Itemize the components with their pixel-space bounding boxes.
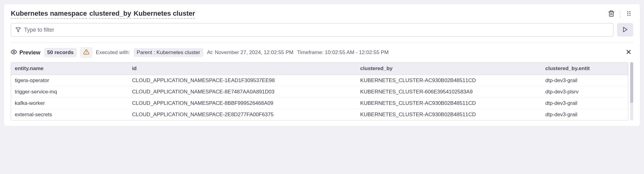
divider <box>620 10 620 18</box>
timeframe-text: Timeframe: 10:02:55 AM - 12:02:55 PM <box>297 49 389 56</box>
panel-title: Kubernetes namespace clustered_by Kubern… <box>11 10 195 19</box>
header-actions <box>607 10 633 18</box>
preview-label: Preview <box>19 49 40 56</box>
cell-entity: dtp-dev3-grail <box>542 75 628 86</box>
col-header-entity-name[interactable]: entity.name <box>11 62 128 75</box>
preview-row: Preview 50 records Executed with: Parent… <box>11 47 633 58</box>
horizontal-divider <box>11 42 633 42</box>
table-body: tigera-operator CLOUD_APPLICATION_NAMESP… <box>11 75 628 121</box>
cell-entity-name: tigera-operator <box>11 75 128 86</box>
svg-point-6 <box>627 15 628 16</box>
cell-entity: dtp-dev3-grail <box>542 98 628 109</box>
results-table: entity.name id clustered_by clustered_by… <box>11 62 628 120</box>
svg-point-5 <box>630 13 630 14</box>
filter-input[interactable] <box>24 27 609 33</box>
cell-entity: dtp-dev3-grail <box>542 109 628 121</box>
main-panel: Kubernetes namespace clustered_by Kubern… <box>4 4 640 126</box>
title-segment-1[interactable]: Kubernetes namespace <box>11 10 87 19</box>
table-row[interactable]: trigger-service-mq CLOUD_APPLICATION_NAM… <box>11 86 628 98</box>
table-container: entity.name id clustered_by clustered_by… <box>11 62 628 121</box>
cell-clustered-by: KUBERNETES_CLUSTER-AC930B02B48511CD <box>357 98 542 109</box>
cell-id: CLOUD_APPLICATION_NAMESPACE-8E7487AA0A89… <box>128 86 357 98</box>
col-header-clustered-by-entity[interactable]: clustered_by.entit <box>542 62 628 75</box>
scrollbar-track[interactable] <box>630 62 633 121</box>
svg-point-7 <box>630 15 630 16</box>
preview-left: Preview 50 records Executed with: Parent… <box>11 47 389 58</box>
cell-clustered-by: KUBERNETES_CLUSTER-AC930B02B48511CD <box>357 75 542 86</box>
title-segment-2[interactable]: clustered_by <box>89 10 131 19</box>
delete-button[interactable] <box>607 10 616 18</box>
close-preview-button[interactable] <box>624 47 633 58</box>
executed-with-label: Executed with: <box>96 49 130 56</box>
col-header-id[interactable]: id <box>128 62 357 75</box>
scrollbar-thumb[interactable] <box>630 62 633 103</box>
more-options-button[interactable] <box>625 10 633 18</box>
at-text: At: November 27, 2024, 12:02:55 PM <box>207 49 294 56</box>
header-row: Kubernetes namespace clustered_by Kubern… <box>11 10 633 19</box>
cell-id: CLOUD_APPLICATION_NAMESPACE-1EAD1F309537… <box>128 75 357 86</box>
table-row[interactable]: kafka-worker CLOUD_APPLICATION_NAMESPACE… <box>11 98 628 109</box>
eye-icon <box>11 49 17 57</box>
cell-id: CLOUD_APPLICATION_NAMESPACE-2E8D277FA00F… <box>128 109 357 121</box>
filter-icon <box>15 27 21 33</box>
trash-icon <box>608 10 615 18</box>
col-header-clustered-by[interactable]: clustered_by <box>357 62 542 75</box>
cell-clustered-by: KUBERNETES_CLUSTER-606E3954102583A9 <box>357 86 542 98</box>
parent-badge[interactable]: Parent : Kubernetes cluster <box>134 48 203 57</box>
cell-entity: dtp-dev3-plsrv <box>542 86 628 98</box>
table-wrap: entity.name id clustered_by clustered_by… <box>11 62 633 121</box>
cell-entity-name: external-secrets <box>11 109 128 121</box>
warning-badge[interactable] <box>80 47 92 58</box>
drag-handle-icon <box>626 10 632 18</box>
svg-point-2 <box>627 11 628 12</box>
filter-row <box>11 23 633 37</box>
preview-label-wrap: Preview <box>11 49 40 57</box>
cell-clustered-by: KUBERNETES_CLUSTER-AC930B02B48511CD <box>357 109 542 121</box>
warning-triangle-icon <box>83 49 89 56</box>
svg-marker-8 <box>16 28 21 32</box>
play-icon <box>622 26 628 34</box>
close-icon <box>625 51 632 56</box>
filter-input-wrap[interactable] <box>11 23 613 37</box>
svg-point-4 <box>627 13 628 14</box>
svg-marker-9 <box>623 27 627 32</box>
svg-point-10 <box>13 51 15 53</box>
cell-entity-name: trigger-service-mq <box>11 86 128 98</box>
cell-entity-name: kafka-worker <box>11 98 128 109</box>
title-segment-3[interactable]: Kubernetes cluster <box>134 10 195 19</box>
cell-id: CLOUD_APPLICATION_NAMESPACE-8BBF99952646… <box>128 98 357 109</box>
table-row[interactable]: tigera-operator CLOUD_APPLICATION_NAMESP… <box>11 75 628 86</box>
records-badge[interactable]: 50 records <box>44 48 77 57</box>
svg-point-3 <box>630 11 630 12</box>
table-row[interactable]: external-secrets CLOUD_APPLICATION_NAMES… <box>11 109 628 121</box>
table-header-row: entity.name id clustered_by clustered_by… <box>11 62 628 75</box>
run-button[interactable] <box>617 23 633 37</box>
